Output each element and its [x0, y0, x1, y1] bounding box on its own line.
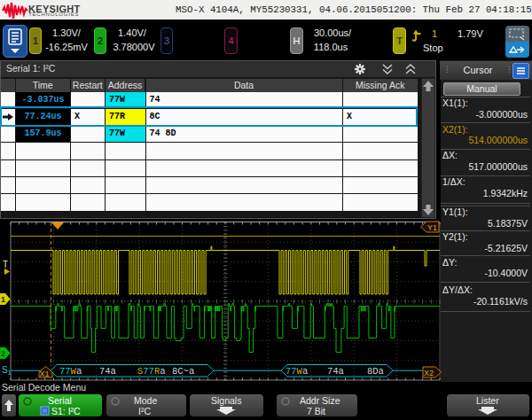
svg-text:8C~a: 8C~a	[172, 366, 194, 377]
svg-text:77Wa: 77Wa	[286, 366, 308, 377]
svg-text:S1: S1	[2, 365, 12, 376]
svg-text:77Wa: 77Wa	[59, 366, 82, 377]
svg-text:Addr Size: Addr Size	[300, 395, 340, 406]
svg-text:Signals: Signals	[211, 395, 241, 406]
svg-text:74a: 74a	[327, 366, 344, 377]
svg-text:74a: 74a	[99, 366, 116, 377]
svg-text:X2: X2	[424, 369, 434, 377]
svg-text:7 Bit: 7 Bit	[307, 406, 325, 416]
svg-text:X1: X1	[40, 369, 50, 378]
svg-text:S77Ra: S77Ra	[137, 366, 166, 377]
svg-text:I²C: I²C	[138, 406, 151, 416]
svg-text:Serial: Serial	[48, 395, 72, 406]
svg-text:2: 2	[1, 349, 5, 358]
svg-text:8Da: 8Da	[367, 366, 384, 377]
svg-text:Lister: Lister	[476, 395, 499, 406]
svg-text:Mode: Mode	[134, 395, 157, 406]
svg-text:T: T	[3, 260, 8, 269]
svg-text:1: 1	[1, 295, 5, 304]
svg-text:Y1: Y1	[427, 223, 437, 232]
svg-text:S1: I²C: S1: I²C	[51, 406, 81, 416]
